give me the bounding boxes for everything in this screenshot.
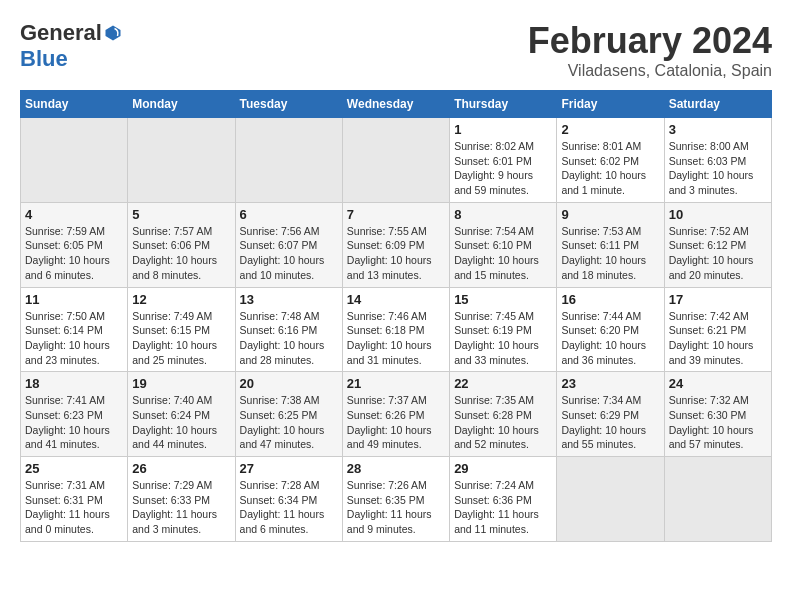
- day-detail: Sunrise: 7:49 AMSunset: 6:15 PMDaylight:…: [132, 309, 230, 368]
- column-header-monday: Monday: [128, 91, 235, 118]
- day-number: 5: [132, 207, 230, 222]
- day-detail: Sunrise: 7:38 AMSunset: 6:25 PMDaylight:…: [240, 393, 338, 452]
- day-detail: Sunrise: 7:35 AMSunset: 6:28 PMDaylight:…: [454, 393, 552, 452]
- header-row: SundayMondayTuesdayWednesdayThursdayFrid…: [21, 91, 772, 118]
- day-detail: Sunrise: 7:41 AMSunset: 6:23 PMDaylight:…: [25, 393, 123, 452]
- calendar-cell: 29Sunrise: 7:24 AMSunset: 6:36 PMDayligh…: [450, 457, 557, 542]
- day-detail: Sunrise: 7:48 AMSunset: 6:16 PMDaylight:…: [240, 309, 338, 368]
- calendar-cell: [557, 457, 664, 542]
- day-number: 23: [561, 376, 659, 391]
- day-detail: Sunrise: 7:44 AMSunset: 6:20 PMDaylight:…: [561, 309, 659, 368]
- day-number: 10: [669, 207, 767, 222]
- week-row-4: 18Sunrise: 7:41 AMSunset: 6:23 PMDayligh…: [21, 372, 772, 457]
- day-detail: Sunrise: 7:37 AMSunset: 6:26 PMDaylight:…: [347, 393, 445, 452]
- day-number: 12: [132, 292, 230, 307]
- calendar-body: 1Sunrise: 8:02 AMSunset: 6:01 PMDaylight…: [21, 118, 772, 542]
- column-header-friday: Friday: [557, 91, 664, 118]
- day-detail: Sunrise: 7:54 AMSunset: 6:10 PMDaylight:…: [454, 224, 552, 283]
- day-detail: Sunrise: 8:01 AMSunset: 6:02 PMDaylight:…: [561, 139, 659, 198]
- calendar-cell: 27Sunrise: 7:28 AMSunset: 6:34 PMDayligh…: [235, 457, 342, 542]
- day-detail: Sunrise: 7:45 AMSunset: 6:19 PMDaylight:…: [454, 309, 552, 368]
- day-detail: Sunrise: 7:40 AMSunset: 6:24 PMDaylight:…: [132, 393, 230, 452]
- calendar-cell: [664, 457, 771, 542]
- week-row-3: 11Sunrise: 7:50 AMSunset: 6:14 PMDayligh…: [21, 287, 772, 372]
- logo-icon: [104, 24, 122, 42]
- calendar-cell: 3Sunrise: 8:00 AMSunset: 6:03 PMDaylight…: [664, 118, 771, 203]
- calendar-cell: 14Sunrise: 7:46 AMSunset: 6:18 PMDayligh…: [342, 287, 449, 372]
- day-detail: Sunrise: 7:28 AMSunset: 6:34 PMDaylight:…: [240, 478, 338, 537]
- day-number: 8: [454, 207, 552, 222]
- day-number: 19: [132, 376, 230, 391]
- day-detail: Sunrise: 7:53 AMSunset: 6:11 PMDaylight:…: [561, 224, 659, 283]
- day-detail: Sunrise: 7:55 AMSunset: 6:09 PMDaylight:…: [347, 224, 445, 283]
- day-number: 25: [25, 461, 123, 476]
- calendar-cell: [21, 118, 128, 203]
- day-detail: Sunrise: 8:02 AMSunset: 6:01 PMDaylight:…: [454, 139, 552, 198]
- calendar-cell: 10Sunrise: 7:52 AMSunset: 6:12 PMDayligh…: [664, 202, 771, 287]
- calendar-cell: 20Sunrise: 7:38 AMSunset: 6:25 PMDayligh…: [235, 372, 342, 457]
- column-header-wednesday: Wednesday: [342, 91, 449, 118]
- logo-general: General: [20, 20, 102, 46]
- calendar-cell: 16Sunrise: 7:44 AMSunset: 6:20 PMDayligh…: [557, 287, 664, 372]
- calendar-cell: 23Sunrise: 7:34 AMSunset: 6:29 PMDayligh…: [557, 372, 664, 457]
- day-detail: Sunrise: 7:59 AMSunset: 6:05 PMDaylight:…: [25, 224, 123, 283]
- day-number: 9: [561, 207, 659, 222]
- calendar-cell: 6Sunrise: 7:56 AMSunset: 6:07 PMDaylight…: [235, 202, 342, 287]
- day-number: 26: [132, 461, 230, 476]
- day-number: 21: [347, 376, 445, 391]
- day-number: 4: [25, 207, 123, 222]
- day-number: 28: [347, 461, 445, 476]
- day-detail: Sunrise: 7:24 AMSunset: 6:36 PMDaylight:…: [454, 478, 552, 537]
- calendar-cell: 8Sunrise: 7:54 AMSunset: 6:10 PMDaylight…: [450, 202, 557, 287]
- calendar-cell: 12Sunrise: 7:49 AMSunset: 6:15 PMDayligh…: [128, 287, 235, 372]
- day-detail: Sunrise: 7:32 AMSunset: 6:30 PMDaylight:…: [669, 393, 767, 452]
- column-header-sunday: Sunday: [21, 91, 128, 118]
- calendar-cell: 7Sunrise: 7:55 AMSunset: 6:09 PMDaylight…: [342, 202, 449, 287]
- day-number: 18: [25, 376, 123, 391]
- calendar-table: SundayMondayTuesdayWednesdayThursdayFrid…: [20, 90, 772, 542]
- calendar-cell: 1Sunrise: 8:02 AMSunset: 6:01 PMDaylight…: [450, 118, 557, 203]
- calendar-cell: 4Sunrise: 7:59 AMSunset: 6:05 PMDaylight…: [21, 202, 128, 287]
- week-row-2: 4Sunrise: 7:59 AMSunset: 6:05 PMDaylight…: [21, 202, 772, 287]
- calendar-cell: [342, 118, 449, 203]
- day-detail: Sunrise: 7:26 AMSunset: 6:35 PMDaylight:…: [347, 478, 445, 537]
- day-number: 16: [561, 292, 659, 307]
- calendar-cell: 19Sunrise: 7:40 AMSunset: 6:24 PMDayligh…: [128, 372, 235, 457]
- day-number: 1: [454, 122, 552, 137]
- logo: General Blue: [20, 20, 122, 72]
- calendar-cell: 25Sunrise: 7:31 AMSunset: 6:31 PMDayligh…: [21, 457, 128, 542]
- day-number: 2: [561, 122, 659, 137]
- calendar-cell: 2Sunrise: 8:01 AMSunset: 6:02 PMDaylight…: [557, 118, 664, 203]
- column-header-saturday: Saturday: [664, 91, 771, 118]
- day-detail: Sunrise: 7:46 AMSunset: 6:18 PMDaylight:…: [347, 309, 445, 368]
- week-row-1: 1Sunrise: 8:02 AMSunset: 6:01 PMDaylight…: [21, 118, 772, 203]
- day-number: 3: [669, 122, 767, 137]
- day-number: 15: [454, 292, 552, 307]
- calendar-cell: [128, 118, 235, 203]
- calendar-cell: 17Sunrise: 7:42 AMSunset: 6:21 PMDayligh…: [664, 287, 771, 372]
- day-detail: Sunrise: 7:56 AMSunset: 6:07 PMDaylight:…: [240, 224, 338, 283]
- day-number: 13: [240, 292, 338, 307]
- day-number: 29: [454, 461, 552, 476]
- week-row-5: 25Sunrise: 7:31 AMSunset: 6:31 PMDayligh…: [21, 457, 772, 542]
- day-number: 14: [347, 292, 445, 307]
- day-detail: Sunrise: 7:42 AMSunset: 6:21 PMDaylight:…: [669, 309, 767, 368]
- day-detail: Sunrise: 7:57 AMSunset: 6:06 PMDaylight:…: [132, 224, 230, 283]
- subtitle: Viladasens, Catalonia, Spain: [528, 62, 772, 80]
- calendar-cell: 9Sunrise: 7:53 AMSunset: 6:11 PMDaylight…: [557, 202, 664, 287]
- day-detail: Sunrise: 7:31 AMSunset: 6:31 PMDaylight:…: [25, 478, 123, 537]
- column-header-thursday: Thursday: [450, 91, 557, 118]
- day-detail: Sunrise: 7:29 AMSunset: 6:33 PMDaylight:…: [132, 478, 230, 537]
- day-number: 7: [347, 207, 445, 222]
- calendar-cell: 18Sunrise: 7:41 AMSunset: 6:23 PMDayligh…: [21, 372, 128, 457]
- calendar-cell: 22Sunrise: 7:35 AMSunset: 6:28 PMDayligh…: [450, 372, 557, 457]
- calendar-cell: 5Sunrise: 7:57 AMSunset: 6:06 PMDaylight…: [128, 202, 235, 287]
- day-number: 6: [240, 207, 338, 222]
- calendar-cell: [235, 118, 342, 203]
- calendar-cell: 21Sunrise: 7:37 AMSunset: 6:26 PMDayligh…: [342, 372, 449, 457]
- day-number: 22: [454, 376, 552, 391]
- logo-blue: Blue: [20, 46, 68, 72]
- title-area: February 2024 Viladasens, Catalonia, Spa…: [528, 20, 772, 80]
- day-detail: Sunrise: 8:00 AMSunset: 6:03 PMDaylight:…: [669, 139, 767, 198]
- day-number: 11: [25, 292, 123, 307]
